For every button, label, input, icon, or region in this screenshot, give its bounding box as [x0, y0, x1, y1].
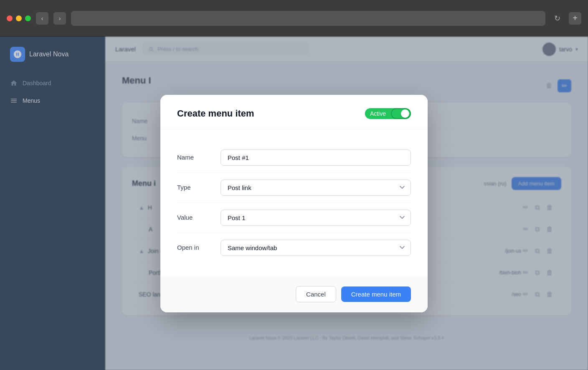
open-in-field-control: Same window/tab New window/tab [220, 240, 411, 256]
type-select[interactable]: Post link Custom link Page link [220, 180, 411, 196]
type-field-label: Type [177, 180, 210, 191]
create-menu-item-modal: Create menu item Active Name [160, 95, 428, 312]
active-label: Active [365, 109, 391, 119]
reload-button[interactable]: ↻ [550, 12, 564, 25]
back-button[interactable]: ‹ [36, 12, 48, 25]
browser-chrome: ‹ › ↻ + [0, 0, 588, 37]
value-field-row: Value Post 1 Post 2 Post 3 [177, 203, 411, 233]
active-toggle-wrapper: Active [365, 108, 411, 119]
value-field-control: Post 1 Post 2 Post 3 [220, 210, 411, 226]
create-menu-item-button[interactable]: Create menu item [341, 286, 411, 302]
name-field-label: Name [177, 150, 210, 161]
name-input[interactable] [220, 150, 411, 166]
address-bar[interactable] [71, 11, 545, 26]
forward-button[interactable]: › [53, 12, 66, 25]
modal-header: Create menu item Active [160, 95, 428, 129]
modal-footer: Cancel Create menu item [160, 276, 428, 312]
fullscreen-button[interactable] [25, 15, 31, 21]
name-field-control [220, 150, 411, 166]
close-button[interactable] [7, 15, 13, 21]
active-toggle[interactable] [391, 108, 411, 119]
type-field-control: Post link Custom link Page link [220, 180, 411, 196]
value-select[interactable]: Post 1 Post 2 Post 3 [220, 210, 411, 226]
cancel-button[interactable]: Cancel [296, 286, 336, 302]
new-tab-button[interactable]: + [569, 12, 581, 25]
name-field-row: Name [177, 143, 411, 173]
modal-title: Create menu item [177, 108, 254, 119]
toggle-knob [401, 109, 409, 118]
open-in-field-row: Open in Same window/tab New window/tab [177, 233, 411, 263]
traffic-lights [7, 15, 31, 21]
modal-overlay[interactable]: Create menu item Active Name [0, 37, 588, 370]
app-container: Laravel Nova Dashboard Menus Laravel [0, 37, 588, 370]
open-in-select[interactable]: Same window/tab New window/tab [220, 240, 411, 256]
minimize-button[interactable] [16, 15, 22, 21]
open-in-field-label: Open in [177, 240, 210, 251]
type-field-row: Type Post link Custom link Page link [177, 173, 411, 203]
modal-body: Name Type Post link Custom link Page lin… [160, 129, 428, 276]
value-field-label: Value [177, 210, 210, 221]
